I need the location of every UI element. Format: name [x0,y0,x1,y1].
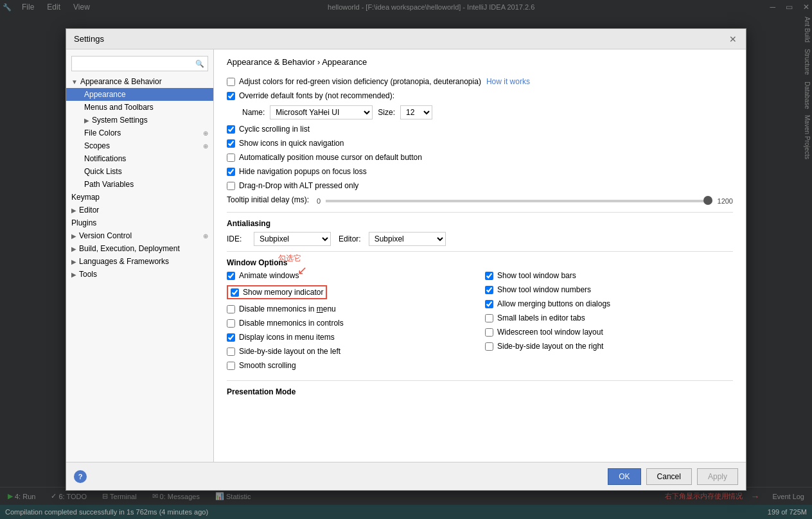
auto-position-label[interactable]: Automatically position mouse cursor on d… [227,153,422,162]
show-tool-bars-checkbox[interactable] [485,272,493,280]
sidebar-item-appearance-behavior[interactable]: ▼ Appearance & Behavior [66,75,213,88]
sidebar-label-version-control: Version Control [79,231,132,240]
sidebar-item-tools[interactable]: ▶ Tools [66,268,213,281]
show-icons-label[interactable]: Show icons in quick navigation [227,139,344,148]
search-input[interactable] [71,56,208,71]
display-icons-checkbox[interactable] [227,333,235,342]
animate-windows-row: Animate windows [227,271,475,280]
sidebar-item-editor[interactable]: ▶ Editor [66,204,213,216]
cyclic-scrolling-checkbox[interactable] [227,125,235,134]
allow-merging-checkbox[interactable] [485,300,493,308]
aa-ide-select[interactable]: Subpixel [254,232,331,246]
small-labels-label[interactable]: Small labels in editor tabs [485,313,585,322]
dialog-footer: ? OK Cancel Apply [66,462,746,490]
cancel-button[interactable]: Cancel [646,468,692,485]
disable-mnemonics-menu-checkbox[interactable] [227,305,235,313]
show-memory-row: Show memory indicator [227,285,475,299]
side-by-side-left-checkbox[interactable] [227,347,235,356]
tooltip-slider-container: 0 1200 [317,197,733,205]
allow-merging-row: Allow merging buttons on dialogs [485,299,733,308]
tooltip-min-label: 0 [317,197,321,205]
hide-nav-label[interactable]: Hide navigation popups on focus loss [227,167,367,176]
antialiasing-heading: Antialiasing [227,219,733,228]
dialog-close-button[interactable]: ✕ [728,34,738,44]
sidebar-label-file-colors: File Colors [84,128,121,137]
side-by-side-right-checkbox[interactable] [485,342,493,351]
show-tool-bars-label[interactable]: Show tool window bars [485,271,576,280]
drag-drop-checkbox[interactable] [227,182,235,190]
cyclic-scrolling-label[interactable]: Cyclic scrolling in list [227,125,310,134]
disable-mnemonics-controls-checkbox[interactable] [227,319,235,328]
font-name-select[interactable]: Microsoft YaHei UI [270,105,373,119]
small-labels-row: Small labels in editor tabs [485,313,733,322]
sidebar-item-languages[interactable]: ▶ Languages & Frameworks [66,255,213,268]
tooltip-label: Tooltip initial delay (ms): [227,195,309,204]
sidebar-item-notifications[interactable]: Notifications [66,152,213,165]
adjust-colors-checkbox-label[interactable]: Adjust colors for red-green vision defic… [227,77,481,86]
smooth-scrolling-text: Smooth scrolling [239,361,296,370]
adjust-colors-checkbox[interactable] [227,78,235,86]
tooltip-slider-track[interactable] [326,200,712,202]
languages-arrow-icon: ▶ [71,258,76,265]
disable-mnemonics-menu-label[interactable]: Disable mnemonics in menu [227,304,336,313]
build-exec-arrow-icon: ▶ [71,245,76,252]
hide-nav-checkbox[interactable] [227,168,235,176]
widescreen-checkbox[interactable] [485,328,493,337]
sidebar-item-quick-lists[interactable]: Quick Lists [66,165,213,178]
sidebar-item-system-settings[interactable]: ▶ System Settings [66,114,213,127]
drag-drop-text: Drag-n-Drop with ALT pressed only [239,181,358,190]
show-tool-numbers-label[interactable]: Show tool window numbers [485,285,591,294]
how-it-works-link[interactable]: How it works [486,77,530,86]
side-by-side-left-label[interactable]: Side-by-side layout on the left [227,347,340,356]
search-box: 🔍 [71,56,208,71]
auto-position-row: Automatically position mouse cursor on d… [227,153,733,162]
sidebar-item-path-variables[interactable]: Path Variables [66,178,213,191]
widescreen-label[interactable]: Widescreen tool window layout [485,328,603,337]
sidebar-label-path-variables: Path Variables [84,180,134,189]
sidebar-item-file-colors[interactable]: File Colors ⊕ [66,127,213,139]
ok-button[interactable]: OK [608,468,640,485]
font-name-label: Name: [242,108,265,117]
sidebar-item-menus-toolbars[interactable]: Menus and Toolbars [66,101,213,114]
sidebar-label-appearance: Appearance [84,90,126,99]
sidebar-item-version-control[interactable]: ▶ Version Control ⊕ [66,229,213,242]
sidebar-label-quick-lists: Quick Lists [84,167,122,176]
sidebar-item-appearance[interactable]: Appearance [66,88,213,101]
font-size-select[interactable]: 12 [400,105,432,119]
smooth-scrolling-label[interactable]: Smooth scrolling [227,361,296,370]
show-tool-numbers-checkbox[interactable] [485,286,493,294]
show-memory-text: Show memory indicator [243,288,323,297]
widescreen-text: Widescreen tool window layout [497,328,603,337]
sidebar-item-keymap[interactable]: Keymap [66,191,213,204]
animate-windows-checkbox[interactable] [227,272,235,280]
tooltip-section: Tooltip initial delay (ms): 0 1200 [227,195,733,207]
help-button[interactable]: ? [74,470,87,483]
antialiasing-row: IDE: Subpixel Editor: Subpixel [227,232,733,246]
font-row: Name: Microsoft YaHei UI Size: 12 [242,105,733,119]
override-fonts-checkbox-label[interactable]: Override default fonts by (not recommend… [227,91,394,100]
system-settings-arrow-icon: ▶ [84,117,89,124]
show-memory-checkbox[interactable] [231,288,239,297]
small-labels-checkbox[interactable] [485,314,493,322]
smooth-scrolling-checkbox[interactable] [227,362,235,370]
apply-button[interactable]: Apply [697,468,738,485]
drag-drop-label[interactable]: Drag-n-Drop with ALT pressed only [227,181,358,190]
sidebar-item-scopes[interactable]: Scopes ⊕ [66,139,213,152]
auto-position-checkbox[interactable] [227,154,235,162]
allow-merging-label[interactable]: Allow merging buttons on dialogs [485,299,610,308]
animate-windows-text: Animate windows [239,271,299,280]
red-green-row: Adjust colors for red-green vision defic… [227,77,733,86]
side-by-side-right-label[interactable]: Side-by-side layout on the right [485,342,603,351]
window-options-container: 勾选它 ↙ Animate windows [227,271,733,375]
show-memory-label[interactable]: Show memory indicator [227,285,327,299]
sidebar-label-languages: Languages & Frameworks [79,257,169,266]
sidebar-item-build-exec[interactable]: ▶ Build, Execution, Deployment [66,242,213,255]
animate-windows-label[interactable]: Animate windows [227,271,299,280]
sidebar-item-plugins[interactable]: Plugins [66,216,213,229]
override-fonts-checkbox[interactable] [227,92,235,100]
tooltip-slider-handle[interactable] [703,196,712,205]
show-icons-checkbox[interactable] [227,139,235,148]
display-icons-label[interactable]: Display icons in menu items [227,333,335,342]
disable-mnemonics-controls-label[interactable]: Disable mnemonics in controls [227,319,344,328]
aa-editor-select[interactable]: Subpixel [369,232,446,246]
